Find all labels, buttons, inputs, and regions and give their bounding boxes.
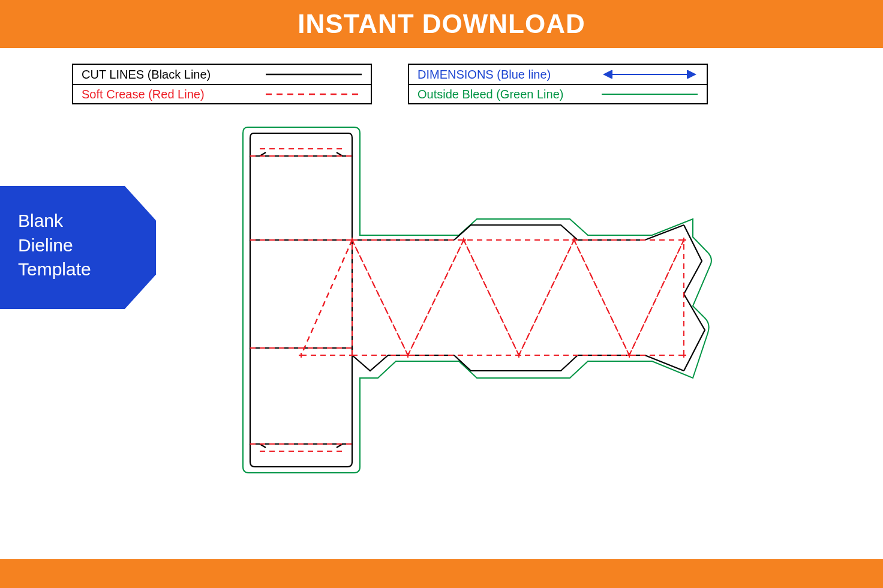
banner-title: INSTANT DOWNLOAD (298, 9, 585, 39)
legend-label: CUT LINES (Black Line) (82, 68, 263, 82)
legend-row-cut: CUT LINES (Black Line) (73, 65, 371, 84)
top-banner: INSTANT DOWNLOAD (0, 0, 883, 48)
svg-line-22 (352, 240, 408, 355)
legend-sample-solid-black (263, 73, 365, 76)
crease-lines (250, 149, 684, 451)
legend-left: CUT LINES (Black Line) Soft Crease (Red … (72, 64, 372, 104)
legend-sample-dashed-red (263, 92, 365, 96)
side-badge-line2: Dieline (18, 233, 156, 258)
side-badge-line1: Blank (18, 209, 156, 233)
legend-label: Soft Crease (Red Line) (82, 88, 263, 101)
cut-lines (250, 133, 705, 467)
legend-row-dimensions: DIMENSIONS (Blue line) (409, 65, 707, 84)
dieline-diagram (237, 120, 747, 504)
legend-sample-solid-green (599, 92, 701, 96)
legend-label: Outside Bleed (Green Line) (418, 88, 599, 101)
legend-row-bleed: Outside Bleed (Green Line) (409, 84, 707, 103)
bottom-banner (0, 559, 883, 588)
bleed-outline (243, 127, 711, 473)
legend-right: DIMENSIONS (Blue line) Outside Bleed (Gr… (408, 64, 708, 104)
svg-line-21 (301, 240, 352, 355)
legend-sample-arrow-blue (599, 70, 701, 79)
legend-row-crease: Soft Crease (Red Line) (73, 84, 371, 103)
side-badge-line3: Template (18, 257, 156, 282)
svg-line-23 (408, 240, 464, 355)
legend-label: DIMENSIONS (Blue line) (418, 68, 599, 82)
side-badge: Blank Dieline Template (0, 186, 156, 309)
legend: CUT LINES (Black Line) Soft Crease (Red … (72, 64, 708, 104)
vertex-ticks (299, 238, 686, 358)
